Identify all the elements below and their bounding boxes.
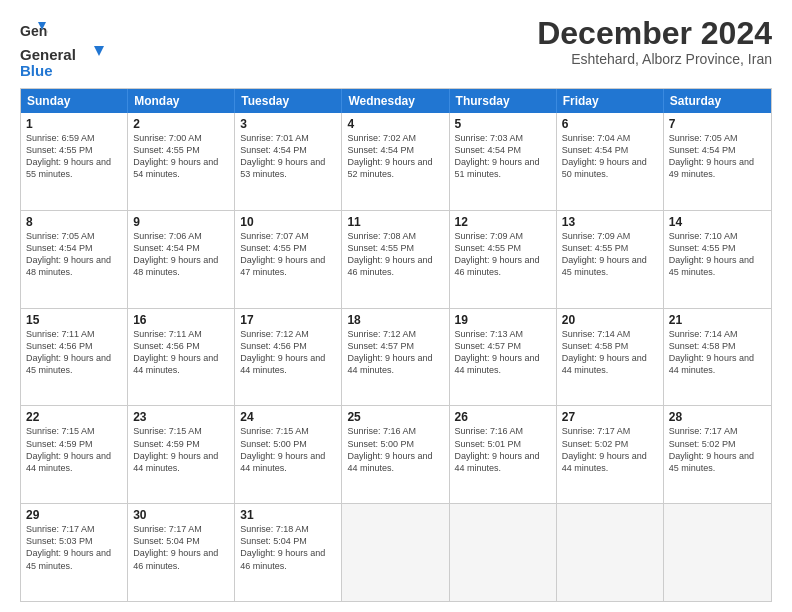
day-cell-6: 6 Sunrise: 7:04 AMSunset: 4:54 PMDayligh… <box>557 113 664 210</box>
day-number: 18 <box>347 313 443 327</box>
day-number: 9 <box>133 215 229 229</box>
day-number: 16 <box>133 313 229 327</box>
header-monday: Monday <box>128 89 235 113</box>
day-number: 6 <box>562 117 658 131</box>
cell-info: Sunrise: 7:08 AMSunset: 4:55 PMDaylight:… <box>347 230 443 279</box>
day-cell-21: 21 Sunrise: 7:14 AMSunset: 4:58 PMDaylig… <box>664 309 771 406</box>
cell-info: Sunrise: 7:16 AMSunset: 5:00 PMDaylight:… <box>347 425 443 474</box>
week-row-5: 29 Sunrise: 7:17 AMSunset: 5:03 PMDaylig… <box>21 503 771 601</box>
day-cell-13: 13 Sunrise: 7:09 AMSunset: 4:55 PMDaylig… <box>557 211 664 308</box>
day-cell-24: 24 Sunrise: 7:15 AMSunset: 5:00 PMDaylig… <box>235 406 342 503</box>
day-cell-15: 15 Sunrise: 7:11 AMSunset: 4:56 PMDaylig… <box>21 309 128 406</box>
cell-info: Sunrise: 7:17 AMSunset: 5:02 PMDaylight:… <box>669 425 766 474</box>
day-cell-29: 29 Sunrise: 7:17 AMSunset: 5:03 PMDaylig… <box>21 504 128 601</box>
calendar: Sunday Monday Tuesday Wednesday Thursday… <box>20 88 772 602</box>
svg-text:Blue: Blue <box>20 62 53 79</box>
day-cell-25: 25 Sunrise: 7:16 AMSunset: 5:00 PMDaylig… <box>342 406 449 503</box>
day-cell-27: 27 Sunrise: 7:17 AMSunset: 5:02 PMDaylig… <box>557 406 664 503</box>
month-title: December 2024 <box>537 16 772 51</box>
header-thursday: Thursday <box>450 89 557 113</box>
cell-info: Sunrise: 7:12 AMSunset: 4:57 PMDaylight:… <box>347 328 443 377</box>
cell-info: Sunrise: 7:17 AMSunset: 5:04 PMDaylight:… <box>133 523 229 572</box>
day-cell-23: 23 Sunrise: 7:15 AMSunset: 4:59 PMDaylig… <box>128 406 235 503</box>
header-wednesday: Wednesday <box>342 89 449 113</box>
week-row-1: 1 Sunrise: 6:59 AMSunset: 4:55 PMDayligh… <box>21 113 771 210</box>
day-cell-12: 12 Sunrise: 7:09 AMSunset: 4:55 PMDaylig… <box>450 211 557 308</box>
logo: General <box>20 16 48 44</box>
day-cell-3: 3 Sunrise: 7:01 AMSunset: 4:54 PMDayligh… <box>235 113 342 210</box>
calendar-header: Sunday Monday Tuesday Wednesday Thursday… <box>21 89 771 113</box>
week-row-2: 8 Sunrise: 7:05 AMSunset: 4:54 PMDayligh… <box>21 210 771 308</box>
svg-text:General: General <box>20 46 76 63</box>
cell-info: Sunrise: 7:07 AMSunset: 4:55 PMDaylight:… <box>240 230 336 279</box>
location-title: Eshtehard, Alborz Province, Iran <box>537 51 772 67</box>
day-number: 14 <box>669 215 766 229</box>
cell-info: Sunrise: 7:11 AMSunset: 4:56 PMDaylight:… <box>133 328 229 377</box>
empty-cell-w4c3 <box>342 504 449 601</box>
cell-info: Sunrise: 6:59 AMSunset: 4:55 PMDaylight:… <box>26 132 122 181</box>
day-cell-16: 16 Sunrise: 7:11 AMSunset: 4:56 PMDaylig… <box>128 309 235 406</box>
cell-info: Sunrise: 7:05 AMSunset: 4:54 PMDaylight:… <box>669 132 766 181</box>
cell-info: Sunrise: 7:05 AMSunset: 4:54 PMDaylight:… <box>26 230 122 279</box>
day-cell-10: 10 Sunrise: 7:07 AMSunset: 4:55 PMDaylig… <box>235 211 342 308</box>
day-number: 25 <box>347 410 443 424</box>
day-cell-9: 9 Sunrise: 7:06 AMSunset: 4:54 PMDayligh… <box>128 211 235 308</box>
week-row-3: 15 Sunrise: 7:11 AMSunset: 4:56 PMDaylig… <box>21 308 771 406</box>
logo-area: General General Blue <box>20 16 110 80</box>
empty-cell-w4c4 <box>450 504 557 601</box>
day-cell-14: 14 Sunrise: 7:10 AMSunset: 4:55 PMDaylig… <box>664 211 771 308</box>
logo-text-block: General Blue <box>20 44 110 80</box>
cell-info: Sunrise: 7:15 AMSunset: 4:59 PMDaylight:… <box>133 425 229 474</box>
cell-info: Sunrise: 7:11 AMSunset: 4:56 PMDaylight:… <box>26 328 122 377</box>
cell-info: Sunrise: 7:01 AMSunset: 4:54 PMDaylight:… <box>240 132 336 181</box>
cell-info: Sunrise: 7:14 AMSunset: 4:58 PMDaylight:… <box>669 328 766 377</box>
cell-info: Sunrise: 7:15 AMSunset: 4:59 PMDaylight:… <box>26 425 122 474</box>
day-cell-8: 8 Sunrise: 7:05 AMSunset: 4:54 PMDayligh… <box>21 211 128 308</box>
logo-svg: General Blue <box>20 44 110 80</box>
day-number: 31 <box>240 508 336 522</box>
week-row-4: 22 Sunrise: 7:15 AMSunset: 4:59 PMDaylig… <box>21 405 771 503</box>
calendar-page: General General Blue December 2024 Eshte… <box>0 0 792 612</box>
day-cell-17: 17 Sunrise: 7:12 AMSunset: 4:56 PMDaylig… <box>235 309 342 406</box>
day-cell-28: 28 Sunrise: 7:17 AMSunset: 5:02 PMDaylig… <box>664 406 771 503</box>
day-cell-11: 11 Sunrise: 7:08 AMSunset: 4:55 PMDaylig… <box>342 211 449 308</box>
day-number: 30 <box>133 508 229 522</box>
day-cell-1: 1 Sunrise: 6:59 AMSunset: 4:55 PMDayligh… <box>21 113 128 210</box>
day-number: 2 <box>133 117 229 131</box>
empty-cell-w4c5 <box>557 504 664 601</box>
day-number: 29 <box>26 508 122 522</box>
day-number: 27 <box>562 410 658 424</box>
cell-info: Sunrise: 7:06 AMSunset: 4:54 PMDaylight:… <box>133 230 229 279</box>
svg-marker-3 <box>94 46 104 56</box>
logo-icon: General <box>20 16 48 44</box>
day-cell-18: 18 Sunrise: 7:12 AMSunset: 4:57 PMDaylig… <box>342 309 449 406</box>
day-number: 20 <box>562 313 658 327</box>
day-number: 23 <box>133 410 229 424</box>
cell-info: Sunrise: 7:17 AMSunset: 5:02 PMDaylight:… <box>562 425 658 474</box>
day-number: 7 <box>669 117 766 131</box>
title-area: December 2024 Eshtehard, Alborz Province… <box>537 16 772 67</box>
cell-info: Sunrise: 7:18 AMSunset: 5:04 PMDaylight:… <box>240 523 336 572</box>
day-number: 19 <box>455 313 551 327</box>
calendar-body: 1 Sunrise: 6:59 AMSunset: 4:55 PMDayligh… <box>21 113 771 601</box>
day-number: 12 <box>455 215 551 229</box>
header-sunday: Sunday <box>21 89 128 113</box>
day-number: 17 <box>240 313 336 327</box>
day-number: 11 <box>347 215 443 229</box>
day-cell-5: 5 Sunrise: 7:03 AMSunset: 4:54 PMDayligh… <box>450 113 557 210</box>
header-tuesday: Tuesday <box>235 89 342 113</box>
day-number: 1 <box>26 117 122 131</box>
day-cell-22: 22 Sunrise: 7:15 AMSunset: 4:59 PMDaylig… <box>21 406 128 503</box>
page-header: General General Blue December 2024 Eshte… <box>20 16 772 80</box>
cell-info: Sunrise: 7:02 AMSunset: 4:54 PMDaylight:… <box>347 132 443 181</box>
day-number: 22 <box>26 410 122 424</box>
day-cell-2: 2 Sunrise: 7:00 AMSunset: 4:55 PMDayligh… <box>128 113 235 210</box>
day-cell-7: 7 Sunrise: 7:05 AMSunset: 4:54 PMDayligh… <box>664 113 771 210</box>
cell-info: Sunrise: 7:09 AMSunset: 4:55 PMDaylight:… <box>455 230 551 279</box>
day-number: 5 <box>455 117 551 131</box>
cell-info: Sunrise: 7:14 AMSunset: 4:58 PMDaylight:… <box>562 328 658 377</box>
header-friday: Friday <box>557 89 664 113</box>
cell-info: Sunrise: 7:12 AMSunset: 4:56 PMDaylight:… <box>240 328 336 377</box>
day-number: 21 <box>669 313 766 327</box>
cell-info: Sunrise: 7:15 AMSunset: 5:00 PMDaylight:… <box>240 425 336 474</box>
